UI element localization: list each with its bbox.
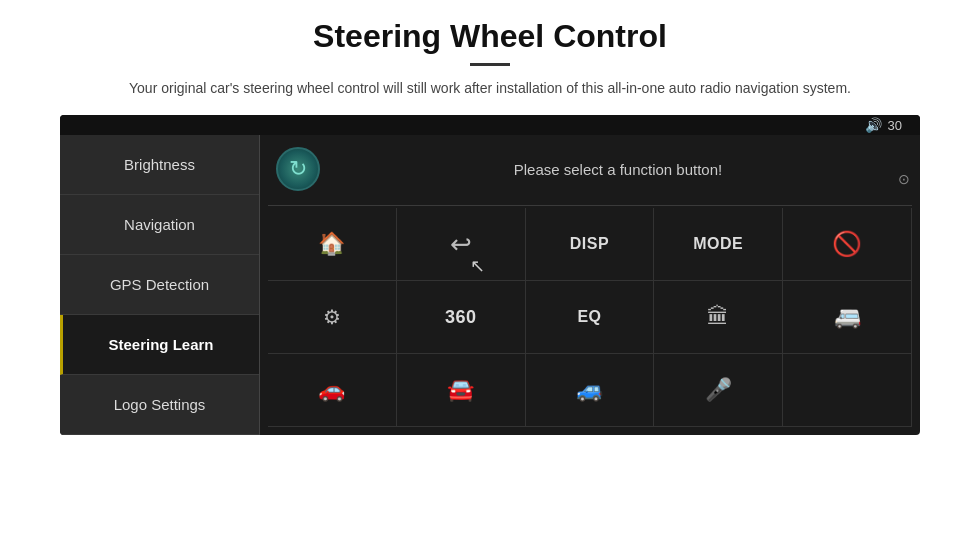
func-mode[interactable]: MODE <box>654 208 783 281</box>
divider-top <box>268 205 912 206</box>
eq-label: EQ <box>577 308 601 326</box>
sidebar-item-logo[interactable]: Logo Settings <box>60 375 259 435</box>
car-top-icon: 🚙 <box>576 377 603 403</box>
func-back[interactable]: ↩ <box>397 208 526 281</box>
func-icon-b2[interactable]: 🚐 <box>783 281 912 354</box>
volume-area: 🔊 30 <box>865 117 902 133</box>
func-disp[interactable]: DISP <box>526 208 655 281</box>
func-eq[interactable]: EQ <box>526 281 655 354</box>
sidebar: Brightness Navigation GPS Detection Stee… <box>60 135 260 435</box>
icon-b1: 🏛 <box>707 304 729 330</box>
subtitle-text: Your original car's steering wheel contr… <box>129 78 851 99</box>
func-360[interactable]: 360 <box>397 281 526 354</box>
func-car-side[interactable]: 🚘 <box>397 354 526 427</box>
page-wrapper: Steering Wheel Control Your original car… <box>0 0 980 544</box>
sliders-icon: ⚙ <box>323 305 341 329</box>
func-home[interactable]: 🏠 <box>268 208 397 281</box>
refresh-button[interactable]: ↻ <box>276 147 320 191</box>
icon-b2: 🚐 <box>834 304 861 330</box>
mode-label: MODE <box>693 235 743 253</box>
main-content: ↻ Please select a function button! ⊙ 🏠 ↩ <box>260 135 920 435</box>
volume-icon: 🔊 <box>865 117 882 133</box>
top-bar: 🔊 30 <box>60 115 920 135</box>
func-car-front[interactable]: 🚗 <box>268 354 397 427</box>
func-mic[interactable]: 🎤 <box>654 354 783 427</box>
func-car-top[interactable]: 🚙 <box>526 354 655 427</box>
360-label: 360 <box>445 307 477 328</box>
mute-icon: 🚫 <box>832 230 862 258</box>
sidebar-item-navigation[interactable]: Navigation <box>60 195 259 255</box>
func-mute[interactable]: 🚫 <box>783 208 912 281</box>
page-title: Steering Wheel Control <box>313 18 667 55</box>
car-side-icon: 🚘 <box>447 377 474 403</box>
function-grid: 🏠 ↩ DISP MODE 🚫 <box>268 208 912 427</box>
sidebar-item-gps[interactable]: GPS Detection <box>60 255 259 315</box>
volume-value: 30 <box>888 118 902 133</box>
screen-body: Brightness Navigation GPS Detection Stee… <box>60 135 920 435</box>
mic-icon: 🎤 <box>705 377 732 403</box>
sidebar-item-steering[interactable]: Steering Learn <box>60 315 259 375</box>
func-empty <box>783 354 912 427</box>
func-sliders[interactable]: ⚙ <box>268 281 397 354</box>
car-screen: 🔊 30 Brightness Navigation GPS Detection… <box>60 115 920 435</box>
refresh-icon: ↻ <box>289 156 307 182</box>
disp-label: DISP <box>570 235 609 253</box>
title-divider <box>470 63 510 66</box>
func-icon-b1[interactable]: 🏛 <box>654 281 783 354</box>
sidebar-item-brightness[interactable]: Brightness <box>60 135 259 195</box>
top-row: ↻ Please select a function button! ⊙ <box>268 143 912 195</box>
partial-icon: ⊙ <box>898 171 910 187</box>
prompt-text: Please select a function button! <box>332 161 904 178</box>
car-front-icon: 🚗 <box>318 377 345 403</box>
home-icon: 🏠 <box>318 231 345 257</box>
back-icon: ↩ <box>450 229 472 260</box>
